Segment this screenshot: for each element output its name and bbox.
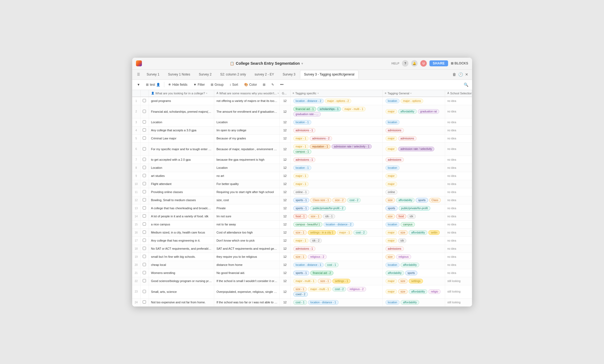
share-button[interactable]: SHARE: [429, 60, 448, 66]
cell-q1[interactable]: Financial aid, scholarships, premed majo…: [149, 105, 214, 118]
tag-chip[interactable]: location - distance - 1: [293, 263, 324, 267]
tag-chip[interactable]: location - distance - 1: [308, 300, 339, 305]
tag-chip[interactable]: size: [398, 289, 408, 294]
tag-chip[interactable]: major: [385, 109, 397, 114]
tag-chip[interactable]: major - 1: [293, 136, 309, 141]
cell-q2[interactable]: Because of my grades: [214, 134, 280, 142]
cell-q2[interactable]: not offering a variety of majors or that…: [214, 97, 280, 105]
table-row[interactable]: 23Small, arts, scienceOverpopulated, exp…: [132, 285, 472, 298]
tag-chip[interactable]: size - 2: [332, 198, 346, 202]
tag-chip[interactable]: major - multi - 1: [293, 279, 317, 283]
tag-chip[interactable]: religious: [396, 255, 411, 259]
cell-q2[interactable]: Overpopulated, expensive, religious, sin…: [214, 285, 280, 298]
table-row[interactable]: 5Criminal Law majorBecause of my grades1…: [132, 134, 472, 142]
cell-q2[interactable]: no art: [214, 172, 280, 180]
table-row[interactable]: 13A college that has cheerleading and br…: [132, 204, 472, 212]
cell-tags-specific[interactable]: food - 1size - 1idk - 1: [290, 212, 383, 220]
tag-chip[interactable]: graduation rat: [418, 109, 439, 114]
cell-q1[interactable]: Not too expensive and not far from home.: [149, 298, 214, 306]
tag-chip[interactable]: affordability: [409, 230, 427, 235]
tag-chip[interactable]: affordability: [401, 263, 419, 267]
row-checkbox[interactable]: [140, 220, 149, 228]
row-checkbox[interactable]: [140, 285, 149, 298]
tag-chip[interactable]: graduation rate - ...: [293, 112, 321, 116]
tag-chip[interactable]: online: [385, 190, 398, 194]
tag-chip[interactable]: idk - 1: [323, 214, 335, 219]
cell-q1[interactable]: Medium sized, in a city, health care foc…: [149, 228, 214, 236]
row-checkbox[interactable]: [140, 261, 149, 269]
tag-chip[interactable]: cost - 2: [353, 230, 367, 235]
cell-q1[interactable]: Criminal Law major: [149, 134, 214, 142]
cell-q2[interactable]: If the school was too far or i was not a…: [214, 298, 280, 306]
tag-chip[interactable]: cost - 2: [332, 287, 346, 291]
cell-tags-specific[interactable]: size - 1settings - in a city 1major - 1c…: [290, 228, 383, 236]
tag-chip[interactable]: campus - 1: [293, 149, 311, 154]
cell-q1[interactable]: No SAT or ACT requirements, and preferab…: [149, 245, 214, 253]
cell-tags-specific[interactable]: admissions - 1: [290, 156, 383, 164]
group-btn[interactable]: ⊞ Group: [209, 82, 226, 88]
tag-chip[interactable]: major - 1: [293, 182, 309, 186]
cell-q1[interactable]: a nice campus: [149, 220, 214, 228]
cell-tags-general[interactable]: majorsizesettings: [383, 277, 445, 285]
cell-q2[interactable]: Im open to any college: [214, 126, 280, 134]
tag-chip[interactable]: location: [385, 300, 400, 305]
cell-q1[interactable]: Bowling, Small to medium classes: [149, 196, 214, 204]
cell-q2[interactable]: Location: [214, 164, 280, 172]
cell-tags-general[interactable]: locationcampus: [383, 220, 445, 228]
tag-chip[interactable]: idk - 2: [310, 238, 322, 243]
tag-chip[interactable]: location - 1: [293, 120, 311, 125]
tag-chip[interactable]: size - 1: [293, 255, 307, 259]
cell-tags-specific[interactable]: admissions - 1: [290, 126, 383, 134]
table-row[interactable]: 3LocationLocation12location - 1locationn…: [132, 118, 472, 126]
tag-chip[interactable]: admissions: [398, 136, 417, 141]
cell-tags-specific[interactable]: location - 1: [290, 164, 383, 172]
cell-q2[interactable]: because the gpa requirement is high: [214, 156, 280, 164]
cell-q1[interactable]: Any college that accepts a 3.0 gpa: [149, 126, 214, 134]
cell-tags-general[interactable]: location: [383, 164, 445, 172]
row-checkbox[interactable]: [140, 180, 149, 188]
sort-btn[interactable]: ↕ Sort: [227, 82, 240, 88]
cell-q1[interactable]: Providing online classes: [149, 188, 214, 196]
tag-chip[interactable]: affordability: [398, 109, 417, 114]
title-dropdown-icon[interactable]: ▾: [301, 61, 303, 66]
tag-chip[interactable]: size: [385, 255, 395, 259]
cell-q2[interactable]: Don't know which one to pick: [214, 236, 280, 245]
tag-chip[interactable]: sports - 1: [293, 271, 309, 275]
user-avatar[interactable]: U: [420, 60, 427, 67]
cell-tags-general[interactable]: sportspublic/private/for-profit: [383, 204, 445, 212]
tag-chip[interactable]: settings: [409, 279, 423, 283]
cell-tags-specific[interactable]: major - 1: [290, 172, 383, 180]
tag-chip[interactable]: food: [396, 214, 406, 219]
tag-chip[interactable]: sports - 1: [293, 206, 309, 211]
menu-icon[interactable]: ☰: [135, 71, 142, 78]
cell-q2[interactable]: Im not sure: [214, 212, 280, 220]
cell-tags-specific[interactable]: financial aid - 1scholarships - 1major -…: [290, 105, 383, 118]
more-btn[interactable]: •••: [278, 82, 286, 88]
cell-q2[interactable]: size, cost: [214, 196, 280, 204]
cell-q2[interactable]: Because of major, reputation , environme…: [214, 142, 280, 156]
filter-toggle-btn[interactable]: ▼: [135, 82, 142, 88]
cell-tags-specific[interactable]: location - distance - 2major - options -…: [290, 97, 383, 105]
cell-q1[interactable]: good programs: [149, 97, 214, 105]
cell-q2[interactable]: Location: [214, 118, 280, 126]
cell-tags-general[interactable]: majoridk: [383, 236, 445, 245]
tag-chip[interactable]: major - 1: [337, 230, 352, 235]
col-header-tag-general[interactable]: ≡ Tagging General ▾: [383, 90, 445, 97]
table-row[interactable]: 7to get accepted with a 2.0 gpabecause t…: [132, 156, 472, 164]
cell-tags-specific[interactable]: admissions - 1: [290, 245, 383, 253]
tag-chip[interactable]: affordability: [396, 198, 415, 202]
row-checkbox[interactable]: [140, 188, 149, 196]
row-checkbox[interactable]: [140, 236, 149, 245]
cell-q1[interactable]: For my specific major and for a tough en…: [149, 142, 214, 156]
cell-q1[interactable]: Flight attendant: [149, 180, 214, 188]
tag-chip[interactable]: admissions: [385, 246, 404, 251]
hide-fields-btn[interactable]: 👁 Hide fields: [166, 82, 190, 88]
cell-tags-specific[interactable]: size - 1religious - 2: [290, 253, 383, 261]
tag-chip[interactable]: admissions - 1: [293, 128, 315, 133]
tag-chip[interactable]: religio: [428, 289, 441, 294]
tag-chip[interactable]: major - 1: [293, 174, 309, 178]
tag-chip[interactable]: size - 1: [318, 279, 331, 283]
tag-chip[interactable]: cost - 1: [293, 300, 307, 305]
filter-btn[interactable]: ▼ Filter: [191, 82, 207, 88]
tag-chip[interactable]: location: [385, 263, 400, 267]
